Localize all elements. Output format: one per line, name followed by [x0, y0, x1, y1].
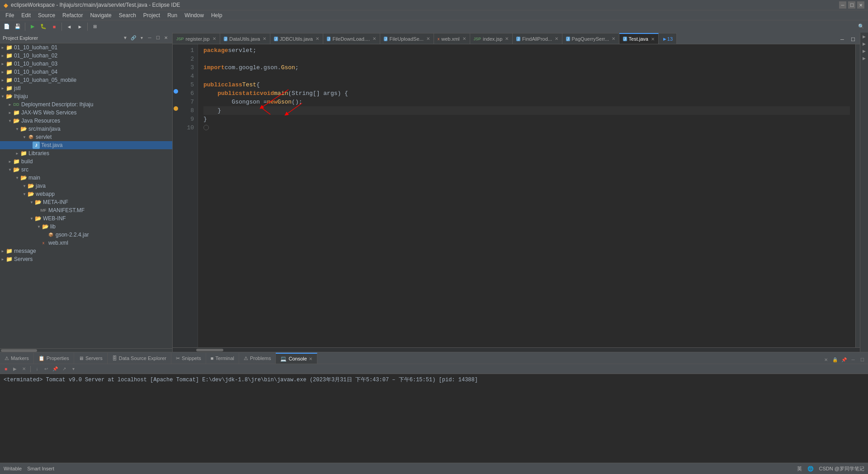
tab-close-filedownload[interactable]: ✕ — [373, 36, 376, 41]
tab-filedownload-java[interactable]: J FileDownLoad.... ✕ — [323, 33, 380, 44]
console-clear-btn[interactable]: ✕ — [822, 356, 830, 364]
tree-item-src[interactable]: ▼ 📂 src — [0, 166, 172, 174]
pe-minimize[interactable]: ─ — [146, 34, 153, 42]
console-scroll-lock-btn[interactable]: 🔒 — [831, 356, 839, 364]
code-area[interactable]: package servlet; import com.google.gson.… — [198, 44, 855, 347]
editor-minimize-btn[interactable]: ─ — [837, 35, 847, 44]
toolbar-search[interactable]: 🔍 — [856, 22, 866, 32]
bottom-tab-problems[interactable]: ⚠ Problems — [239, 353, 276, 364]
close-button[interactable]: ✕ — [857, 1, 864, 9]
tree-item-web-xml[interactable]: x web.xml — [0, 239, 172, 247]
tree-item-01-luohan-03[interactable]: ► 📁 01_10_luohan_03 — [0, 60, 172, 68]
pe-close[interactable]: ✕ — [162, 34, 170, 42]
pe-collapse-all[interactable]: ▼ — [122, 34, 129, 42]
console-toolbar-terminate[interactable]: ■ — [2, 365, 10, 373]
console-toolbar-scroll[interactable]: ↓ — [33, 365, 41, 373]
toolbar-run[interactable]: ▶ — [28, 22, 38, 32]
tree-item-test-java[interactable]: J Test.java — [0, 141, 172, 149]
console-toolbar-word-wrap[interactable]: ↩ — [42, 365, 50, 373]
bottom-tab-datasource[interactable]: 🗄 Data Source Explorer — [108, 353, 171, 364]
tree-item-gson-jar[interactable]: 📦 gson-2.2.4.jar — [0, 231, 172, 239]
tab-index-jsp[interactable]: JSP index.jsp ✕ — [470, 33, 513, 44]
tree-item-manifest-mf[interactable]: MF MANIFEST.MF — [0, 206, 172, 214]
console-maximize-btn[interactable]: ☐ — [858, 356, 866, 364]
tab-close-jdbcutils[interactable]: ✕ — [316, 36, 319, 41]
tree-item-src-main-java[interactable]: ▼ 📂 src/main/java — [0, 125, 172, 133]
tab-close-register-jsp[interactable]: ✕ — [212, 36, 216, 41]
menu-edit[interactable]: Edit — [18, 11, 34, 19]
tab-datautils-java[interactable]: J DataUtils.java ✕ — [220, 33, 270, 44]
tree-item-01-luohan-01[interactable]: ► 📁 01_10_luohan_01 — [0, 43, 172, 52]
tab-findallprod-java[interactable]: J FindAllProd... ✕ — [513, 33, 562, 44]
toolbar-open-perspective[interactable]: ⊞ — [90, 22, 100, 32]
tree-item-build[interactable]: ► 📁 build — [0, 157, 172, 166]
menu-navigate[interactable]: Navigate — [86, 11, 115, 19]
tree-item-lhjiaju[interactable]: ▼ 📂 lhjiaju — [0, 92, 172, 100]
pe-link[interactable]: 🔗 — [130, 34, 137, 42]
console-toolbar-clear[interactable]: ✕ — [20, 365, 28, 373]
tab-pagquerrserr-java[interactable]: J PagQuerrySerr... ✕ — [562, 33, 619, 44]
tree-item-jax-ws[interactable]: ► 📁 JAX-WS Web Services — [0, 109, 172, 117]
menu-file[interactable]: File — [2, 11, 18, 19]
pe-horizontal-scrollbar[interactable] — [0, 348, 172, 352]
menu-search[interactable]: Search — [115, 11, 140, 19]
tree-item-jstl[interactable]: ► 📁 jstl — [0, 84, 172, 92]
tab-close-index-jsp[interactable]: ✕ — [505, 36, 509, 41]
console-pin-btn[interactable]: 📌 — [840, 356, 848, 364]
bottom-tab-console[interactable]: 💻 Console ✕ — [276, 353, 317, 364]
bottom-tab-terminal[interactable]: ■ Terminal — [206, 353, 239, 364]
menu-refactor[interactable]: Refactor — [59, 11, 86, 19]
bottom-tab-snippets[interactable]: ✂ Snippets — [171, 353, 206, 364]
tree-item-java[interactable]: ▼ 📂 java — [0, 182, 172, 190]
menu-source[interactable]: Source — [34, 11, 59, 19]
tree-item-libraries[interactable]: ► 📁 Libraries — [0, 149, 172, 157]
right-panel-btn-3[interactable]: ▶ — [861, 48, 868, 54]
tree-item-deployment-descriptor[interactable]: ► DD Deployment Descriptor: lhjiaju — [0, 100, 172, 109]
breakpoint-line8[interactable] — [174, 106, 178, 111]
right-panel-btn-4[interactable]: ▶ — [861, 55, 868, 62]
console-toolbar-run[interactable]: ▶ — [11, 365, 19, 373]
tree-item-main[interactable]: ▼ 📂 main — [0, 174, 172, 182]
tree-item-webapp[interactable]: ▼ 📂 webapp — [0, 190, 172, 198]
pe-menu[interactable]: ▾ — [138, 34, 145, 42]
console-toolbar-open-console[interactable]: ↗ — [60, 365, 68, 373]
tab-overflow[interactable]: ►13 — [659, 33, 677, 44]
menu-window[interactable]: Window — [181, 11, 208, 19]
toolbar-stop[interactable]: ■ — [49, 22, 59, 32]
editor-vertical-scrollbar[interactable] — [855, 44, 860, 347]
tab-register-jsp[interactable]: JSP register.jsp ✕ — [173, 33, 220, 44]
tab-web-xml[interactable]: x web.xml ✕ — [434, 33, 470, 44]
tab-close-test-java[interactable]: ✕ — [651, 37, 655, 42]
tab-close-web-xml[interactable]: ✕ — [462, 36, 466, 41]
console-tab-close[interactable]: ✕ — [309, 356, 312, 361]
tab-test-java[interactable]: J Test.java ✕ — [619, 33, 659, 44]
minimize-button[interactable]: ─ — [839, 1, 846, 9]
toolbar-forward[interactable]: ► — [75, 22, 85, 32]
tree-item-01-luohan-04[interactable]: ► 📁 01_10_luohan_04 — [0, 68, 172, 76]
bottom-tab-properties[interactable]: 📋 Properties — [34, 353, 74, 364]
tree-item-01-luohan-02[interactable]: ► 📁 01_10_luohan_02 — [0, 52, 172, 60]
tab-close-fileupload[interactable]: ✕ — [426, 36, 430, 41]
tree-item-message[interactable]: ► 📁 message — [0, 247, 172, 255]
toolbar-debug[interactable]: 🐛 — [38, 22, 48, 32]
tree-item-01-luohan-05-mobile[interactable]: ► 📁 01_10_luohan_05_mobile — [0, 76, 172, 84]
right-panel-btn-1[interactable]: ▶ — [861, 33, 868, 40]
editor-maximize-btn[interactable]: ☐ — [848, 35, 858, 44]
tree-item-servlet-package[interactable]: ▼ 📦 servlet — [0, 133, 172, 141]
tree-item-meta-inf[interactable]: ▼ 📂 META-INF — [0, 198, 172, 206]
pe-maximize[interactable]: ☐ — [154, 34, 161, 42]
editor-horizontal-scrollbar[interactable] — [173, 347, 860, 352]
console-toolbar-options[interactable]: ▾ — [69, 365, 77, 373]
maximize-button[interactable]: ☐ — [848, 1, 855, 9]
right-panel-btn-2[interactable]: ▶ — [861, 41, 868, 47]
tree-item-servers[interactable]: ► 📁 Servers — [0, 255, 172, 263]
menu-help[interactable]: Help — [208, 11, 226, 19]
tab-jdbcutils-java[interactable]: J JDBCUtils.java ✕ — [270, 33, 323, 44]
tree-item-web-inf[interactable]: ▼ 📂 WEB-INF — [0, 214, 172, 223]
tab-close-datautils[interactable]: ✕ — [263, 36, 266, 41]
menu-run[interactable]: Run — [164, 11, 181, 19]
menu-project[interactable]: Project — [140, 11, 164, 19]
collapse-hint-icon[interactable] — [203, 125, 209, 130]
breakpoint-line6[interactable] — [174, 89, 178, 94]
bottom-tab-markers[interactable]: ⚠ Markers — [0, 353, 34, 364]
